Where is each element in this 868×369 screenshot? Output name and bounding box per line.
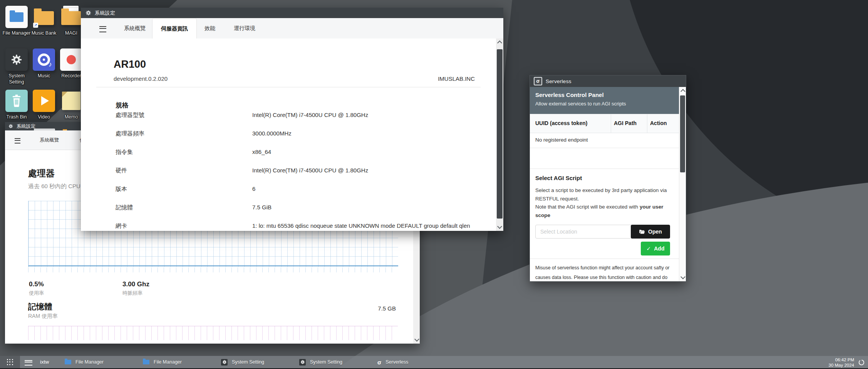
taskbar-item-file-manager[interactable]: File Manager bbox=[61, 356, 142, 368]
taskbar-item-label: File Manager bbox=[75, 359, 104, 365]
scrollbar-thumb[interactable] bbox=[680, 95, 685, 172]
folder-icon bbox=[10, 12, 23, 22]
menu-icon[interactable] bbox=[99, 26, 106, 32]
spec-section-title: 規格 bbox=[116, 101, 129, 110]
gear-icon bbox=[11, 54, 22, 65]
ram-section-subtitle: RAM 使用率 bbox=[28, 313, 58, 320]
column-divider bbox=[611, 114, 611, 133]
scroll-down-icon[interactable] bbox=[497, 224, 502, 229]
scrollbar[interactable] bbox=[679, 87, 686, 281]
desktop-icon-file-manager[interactable] bbox=[5, 6, 28, 28]
panel-subtitle: Allow external services to run AGI scrip… bbox=[535, 101, 626, 107]
apps-grid-icon bbox=[7, 359, 13, 365]
desktop-icon-video[interactable] bbox=[33, 90, 55, 112]
gear-icon bbox=[8, 124, 13, 129]
open-button[interactable]: Open bbox=[631, 225, 670, 239]
spec-row: 網卡 1: lo: mtu 65536 qdisc noqueue state … bbox=[81, 222, 496, 231]
tab-runtime[interactable]: 運行環境 bbox=[228, 18, 261, 38]
scroll-down-icon[interactable] bbox=[680, 274, 685, 279]
folder-icon bbox=[61, 11, 81, 25]
tab-overview[interactable]: 系統概覽 bbox=[117, 18, 152, 38]
spec-value: 1: lo: mtu 65536 qdisc noqueue state UNK… bbox=[252, 222, 470, 229]
vendor-name: IMUSLAB.INC bbox=[438, 75, 475, 82]
version-string: development.0.2.020 bbox=[114, 75, 168, 82]
titlebar[interactable]: 系統設定 bbox=[81, 8, 503, 18]
scroll-up-icon[interactable] bbox=[497, 40, 502, 45]
column-divider bbox=[647, 114, 647, 133]
desktop-icon-recorder[interactable] bbox=[60, 48, 82, 71]
description-line: Select a script to be executed by 3rd pa… bbox=[535, 187, 667, 202]
cpu-clock-label: 時脈頻率 bbox=[122, 290, 142, 297]
script-location-input[interactable] bbox=[535, 225, 635, 239]
gear-icon bbox=[85, 10, 91, 16]
tab-overview[interactable]: 系統概覽 bbox=[30, 130, 69, 150]
menu-icon[interactable] bbox=[15, 138, 20, 144]
select-script-description: Select a script to be executed by 3rd pa… bbox=[535, 186, 673, 219]
taskbar: ixtw File Manager File Manager System Se… bbox=[0, 356, 868, 369]
taskbar-menu-icon[interactable] bbox=[25, 360, 32, 366]
divider bbox=[530, 259, 679, 259]
desktop-icon-system-setting[interactable] bbox=[5, 48, 28, 71]
spec-row: 記憶體 7.5 GiB bbox=[81, 204, 496, 213]
window-title: Serverless bbox=[546, 78, 571, 84]
start-menu-button[interactable] bbox=[0, 356, 20, 368]
spec-value: 7.5 GiB bbox=[252, 204, 271, 210]
spec-row: 硬件 Intel(R) Core(TM) i7-4500U CPU @ 1.80… bbox=[81, 167, 496, 176]
scroll-up-icon[interactable] bbox=[680, 89, 685, 94]
memo-note-icon bbox=[62, 92, 80, 110]
spec-label: 處理器型號 bbox=[116, 112, 144, 119]
scroll-down-icon[interactable] bbox=[414, 337, 419, 342]
desktop-icon-music-bank[interactable]: ↗ bbox=[33, 6, 55, 28]
taskbar-item-system-setting-2[interactable]: System Setting bbox=[295, 356, 376, 368]
desktop-icon-trash-bin[interactable] bbox=[5, 90, 28, 112]
scrollbar[interactable] bbox=[496, 38, 503, 231]
desktop-icon-magi[interactable] bbox=[60, 6, 82, 28]
status-ring-icon[interactable] bbox=[858, 359, 865, 366]
spec-value: 3000.0000MHz bbox=[252, 130, 292, 137]
scrollbar-thumb[interactable] bbox=[497, 49, 503, 219]
endpoint-table-empty-row: No registered endpoint bbox=[530, 132, 679, 148]
ram-total-value: 7.5 GB bbox=[378, 305, 396, 312]
window-serverless: σ Serverless × Serverless Control Panel … bbox=[530, 75, 686, 282]
clock[interactable]: 06:42 PM 30 May 2024 bbox=[829, 357, 855, 368]
cpu-usage-value: 0.5% bbox=[29, 281, 44, 288]
music-note-icon: ♪ bbox=[49, 60, 52, 68]
cpu-usage-label: 使用率 bbox=[29, 290, 44, 297]
warning-text: Misuse of serverless function might affe… bbox=[535, 263, 673, 281]
endpoint-table-header: UUID (access token) AGI Path Action bbox=[530, 114, 679, 133]
serverless-content: Serverless Control Panel Allow external … bbox=[530, 87, 679, 281]
clock-date: 30 May 2024 bbox=[829, 362, 855, 368]
description-line: Note that the AGI script will be execute… bbox=[535, 204, 640, 210]
spec-label: 硬件 bbox=[116, 167, 127, 174]
column-header-agi-path: AGI Path bbox=[614, 120, 637, 126]
ram-usage-chart bbox=[28, 326, 398, 340]
spec-value: Intel(R) Core(TM) i7-4500U CPU @ 1.80GHz bbox=[252, 167, 368, 174]
username-label: ixtw bbox=[40, 359, 49, 365]
taskbar-item-serverless[interactable]: σ Serverless bbox=[374, 356, 454, 368]
server-info-content: AR100 development.0.2.020 IMUSLAB.INC 規格… bbox=[81, 38, 496, 231]
serverless-app-icon: σ bbox=[534, 77, 542, 85]
cpu-chart-axis-ticks bbox=[28, 267, 398, 272]
taskbar-item-file-manager-2[interactable]: File Manager bbox=[139, 356, 220, 368]
taskbar-item-label: System Setting bbox=[310, 359, 342, 365]
desktop-icon-music[interactable]: ♪ bbox=[33, 48, 55, 71]
spec-label: 處理器頻率 bbox=[116, 130, 144, 137]
add-button[interactable]: ✓ Add bbox=[641, 242, 670, 255]
taskbar-item-label: Serverless bbox=[385, 359, 408, 365]
desktop-icon-memo[interactable] bbox=[60, 90, 82, 112]
cpu-clock-value: 3.00 Ghz bbox=[122, 281, 149, 288]
spec-value: 6 bbox=[252, 185, 255, 192]
ram-section-title: 記憶體 bbox=[28, 301, 52, 312]
folder-icon bbox=[143, 360, 149, 364]
folder-icon bbox=[65, 360, 71, 364]
spec-label: 指令集 bbox=[116, 149, 133, 156]
trash-icon bbox=[11, 95, 22, 107]
spec-label: 網卡 bbox=[116, 222, 127, 230]
taskbar-item-system-setting[interactable]: System Setting bbox=[217, 356, 298, 368]
tab-server-info[interactable]: 伺服器資訊 bbox=[152, 18, 197, 39]
panel-title: Serverless Control Panel bbox=[535, 92, 604, 98]
window-title: 系統設定 bbox=[17, 123, 35, 130]
window-title: 系統設定 bbox=[95, 10, 115, 17]
tab-performance[interactable]: 效能 bbox=[201, 18, 218, 38]
taskbar-item-label: System Setting bbox=[232, 359, 264, 365]
